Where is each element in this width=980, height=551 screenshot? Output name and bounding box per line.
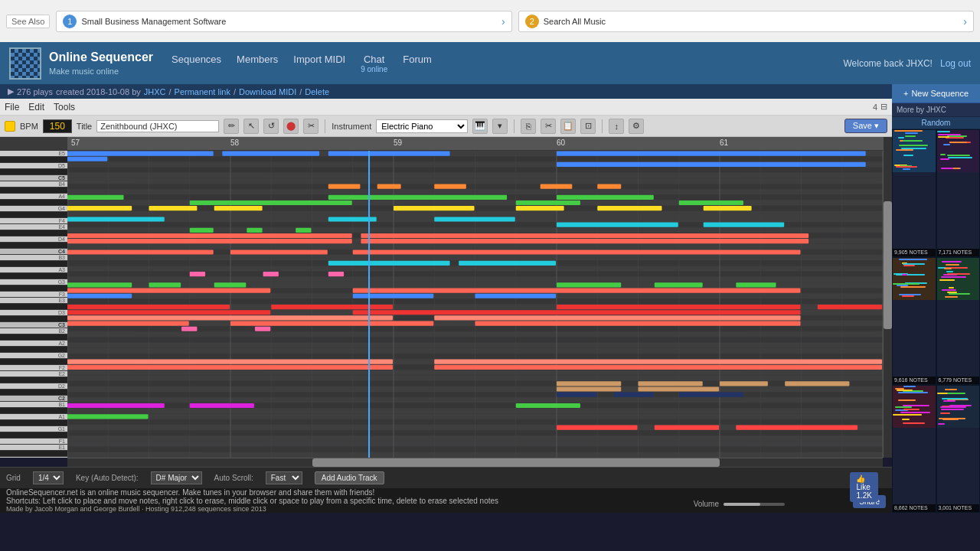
breadcrumb-download[interactable]: Download MIDI: [239, 87, 296, 96]
flip-btn[interactable]: ↕: [609, 119, 624, 134]
piano-key-F#1[interactable]: [0, 432, 67, 439]
piano-key-C4[interactable]: C4: [0, 249, 67, 255]
piano-key-D#3[interactable]: [0, 304, 67, 310]
piano-key-D#1[interactable]: [0, 451, 67, 457]
erase-btn[interactable]: ✂: [303, 119, 318, 134]
instrument-select[interactable]: Electric Piano: [376, 119, 468, 133]
save-button[interactable]: Save ▾: [844, 119, 887, 133]
grid-body[interactable]: [67, 151, 883, 458]
logout-link[interactable]: Log out: [940, 58, 971, 69]
menu-file[interactable]: File: [5, 102, 19, 112]
piano-key-E5[interactable]: E5: [0, 151, 67, 157]
piano-key-B3[interactable]: B3: [0, 255, 67, 261]
paste-btn[interactable]: 📋: [560, 119, 576, 134]
cut-btn[interactable]: ✂: [541, 119, 556, 134]
piano-key-B4[interactable]: B4: [0, 181, 67, 187]
grid-scroll-area[interactable]: 57 58 59 60 61: [67, 137, 883, 458]
instrument-btn2[interactable]: ▾: [492, 119, 508, 134]
thumbnail-3[interactable]: 6,779 NOTES: [936, 257, 981, 385]
piano-key-F3[interactable]: F3: [0, 292, 67, 298]
ad-item-1[interactable]: 1 Small Business Management Software ›: [56, 11, 511, 32]
piano-key-G#3[interactable]: [0, 273, 67, 279]
note-grid-canvas[interactable]: [67, 151, 883, 458]
piano-key-F#2[interactable]: [0, 359, 67, 365]
piano-key-C#2[interactable]: [0, 390, 67, 396]
piano-key-A1[interactable]: A1: [0, 414, 67, 420]
instrument-btn1[interactable]: 🎹: [472, 119, 488, 134]
piano-key-F#3[interactable]: [0, 285, 67, 292]
piano-key-C#4[interactable]: [0, 243, 67, 249]
new-sequence-button[interactable]: + New Sequence: [892, 84, 980, 103]
auto-scroll-select[interactable]: Fast Slow Off: [266, 471, 302, 484]
piano-key-E1[interactable]: E1: [0, 445, 67, 451]
piano-key-G#4[interactable]: [0, 200, 67, 206]
piano-key-F2[interactable]: F2: [0, 365, 67, 371]
piano-key-E2[interactable]: E2: [0, 371, 67, 377]
volume-slider[interactable]: [724, 503, 785, 506]
piano-key-C#5[interactable]: [0, 169, 67, 175]
piano-key-A2[interactable]: A2: [0, 341, 67, 347]
title-input[interactable]: [96, 120, 219, 132]
v-scroll-thumb[interactable]: [884, 201, 892, 330]
piano-key-A#1[interactable]: [0, 408, 67, 414]
copy-btn[interactable]: ⎘: [521, 119, 536, 134]
grid-select[interactable]: 1/4 1/8 1/2 1: [33, 471, 64, 484]
nav-import-midi[interactable]: Import MIDI: [293, 54, 345, 73]
nav-forum[interactable]: Forum: [403, 54, 432, 73]
settings-btn[interactable]: ⚙: [629, 119, 644, 134]
piano-key-F4[interactable]: F4: [0, 218, 67, 224]
thumbnail-5[interactable]: 3,001 NOTES: [936, 385, 981, 513]
piano-key-A4[interactable]: A4: [0, 194, 67, 200]
piano-key-E3[interactable]: E3: [0, 298, 67, 304]
resize-btn[interactable]: ⊡: [580, 119, 596, 134]
key-select[interactable]: D# Major C Major: [151, 471, 202, 484]
piano-key-C5[interactable]: C5: [0, 175, 67, 181]
piano-key-A#2[interactable]: [0, 334, 67, 341]
redo-btn[interactable]: ⬤: [283, 119, 299, 134]
menu-tools[interactable]: Tools: [54, 102, 75, 112]
piano-key-D1[interactable]: D1: [0, 457, 67, 458]
vertical-scrollbar[interactable]: [883, 137, 892, 458]
pencil-btn[interactable]: ✏: [224, 119, 239, 134]
piano-key-D2[interactable]: D2: [0, 383, 67, 390]
h-scroll-thumb[interactable]: [312, 458, 720, 467]
thumbnail-0[interactable]: 9,905 NOTES: [892, 129, 936, 257]
piano-key-E4[interactable]: E4: [0, 224, 67, 230]
horizontal-scrollbar[interactable]: [67, 458, 883, 467]
ad-item-2[interactable]: 2 Search All Music ›: [518, 11, 974, 32]
select-btn[interactable]: ↖: [243, 119, 259, 134]
piano-key-G3[interactable]: G3: [0, 279, 67, 285]
piano-key-G#1[interactable]: [0, 420, 67, 426]
piano-key-D#5[interactable]: [0, 157, 67, 163]
breadcrumb-author[interactable]: JHXC: [144, 87, 166, 96]
menu-edit[interactable]: Edit: [28, 102, 44, 112]
piano-key-A#4[interactable]: [0, 187, 67, 194]
add-audio-button[interactable]: Add Audio Track: [315, 471, 384, 484]
nav-sequences[interactable]: Sequences: [172, 54, 221, 73]
random-button[interactable]: Random: [892, 117, 980, 129]
nav-members[interactable]: Members: [237, 54, 278, 73]
undo-btn[interactable]: ↺: [263, 119, 279, 134]
thumbnail-2[interactable]: 9,616 NOTES: [892, 257, 936, 385]
piano-key-C#3[interactable]: [0, 316, 67, 322]
piano-key-G#2[interactable]: [0, 347, 67, 353]
piano-key-F1[interactable]: F1: [0, 439, 67, 445]
logo-area[interactable]: Online Sequencer Make music online: [9, 47, 153, 80]
piano-key-D5[interactable]: D5: [0, 163, 67, 169]
bpm-input[interactable]: [43, 119, 72, 133]
breadcrumb-permalink[interactable]: Permanent link: [175, 87, 230, 96]
piano-key-D#2[interactable]: [0, 377, 67, 383]
piano-key-A#3[interactable]: [0, 261, 67, 267]
piano-key-B1[interactable]: B1: [0, 402, 67, 408]
piano-key-F#4[interactable]: [0, 212, 67, 218]
thumbnail-1[interactable]: 7,171 NOTES: [936, 129, 981, 257]
piano-key-G1[interactable]: G1: [0, 426, 67, 432]
piano-key-D#4[interactable]: [0, 230, 67, 236]
piano-key-D4[interactable]: D4: [0, 236, 67, 243]
thumbnail-4[interactable]: 8,662 NOTES: [892, 385, 936, 513]
piano-key-G2[interactable]: G2: [0, 353, 67, 359]
piano-key-D3[interactable]: D3: [0, 310, 67, 316]
piano-key-C3[interactable]: C3: [0, 322, 67, 328]
piano-key-C2[interactable]: C2: [0, 396, 67, 402]
piano-key-A3[interactable]: A3: [0, 267, 67, 273]
